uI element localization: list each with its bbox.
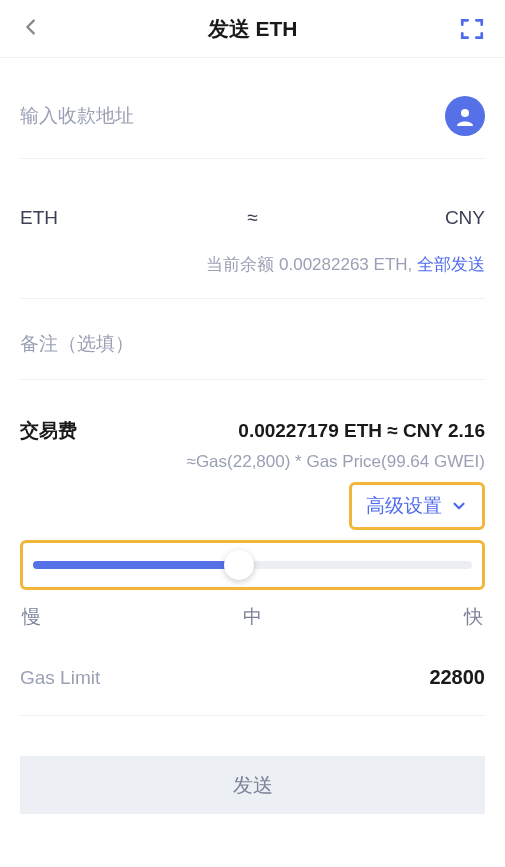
token-label[interactable]: ETH: [20, 207, 100, 229]
scan-button[interactable]: [455, 16, 485, 42]
fee-row: 交易费 0.00227179 ETH ≈ CNY 2.16: [20, 380, 485, 452]
chevron-left-icon: [20, 16, 42, 38]
address-row: 输入收款地址: [20, 58, 485, 159]
gas-limit-label: Gas Limit: [20, 667, 100, 689]
send-button-wrap: 发送: [20, 716, 485, 814]
address-input[interactable]: 输入收款地址: [20, 103, 134, 129]
slider-label-fast: 快: [464, 604, 483, 630]
memo-input[interactable]: 备注（选填）: [20, 331, 485, 357]
fee-value: 0.00227179 ETH ≈ CNY 2.16: [238, 420, 485, 442]
scan-icon: [459, 16, 485, 42]
balance-text: 当前余额 0.00282263 ETH,: [206, 255, 412, 274]
slider-labels: 慢 中 快: [20, 598, 485, 630]
send-all-button[interactable]: 全部发送: [417, 255, 485, 274]
advanced-wrap: 高级设置: [20, 482, 485, 540]
gas-formula: ≈Gas(22,800) * Gas Price(99.64 GWEI): [20, 452, 485, 482]
gas-limit-row: Gas Limit 22800: [20, 630, 485, 716]
send-button[interactable]: 发送: [20, 756, 485, 814]
slider-label-slow: 慢: [22, 604, 41, 630]
back-button[interactable]: [20, 13, 50, 45]
slider-thumb[interactable]: [224, 550, 254, 580]
contact-button[interactable]: [445, 96, 485, 136]
fee-label: 交易费: [20, 418, 77, 444]
slider-fill: [33, 561, 239, 569]
content: 输入收款地址 ETH ≈ CNY 当前余额 0.00282263 ETH, 全部…: [0, 58, 505, 814]
gas-speed-slider[interactable]: [33, 561, 472, 569]
amount-row: ETH ≈ CNY: [20, 159, 485, 253]
slider-label-mid: 中: [243, 604, 262, 630]
balance-row: 当前余额 0.00282263 ETH, 全部发送: [20, 253, 485, 299]
fiat-label[interactable]: CNY: [405, 207, 485, 229]
memo-row: 备注（选填）: [20, 299, 485, 380]
chevron-down-icon: [450, 497, 468, 515]
header: 发送 ETH: [0, 0, 505, 58]
person-icon: [453, 104, 477, 128]
svg-point-0: [461, 109, 469, 117]
advanced-label: 高级设置: [366, 493, 442, 519]
page-title: 发送 ETH: [50, 15, 455, 43]
gas-speed-slider-wrap: [20, 540, 485, 590]
gas-limit-value[interactable]: 22800: [429, 666, 485, 689]
approx-symbol: ≈: [247, 207, 257, 229]
advanced-settings-button[interactable]: 高级设置: [349, 482, 485, 530]
